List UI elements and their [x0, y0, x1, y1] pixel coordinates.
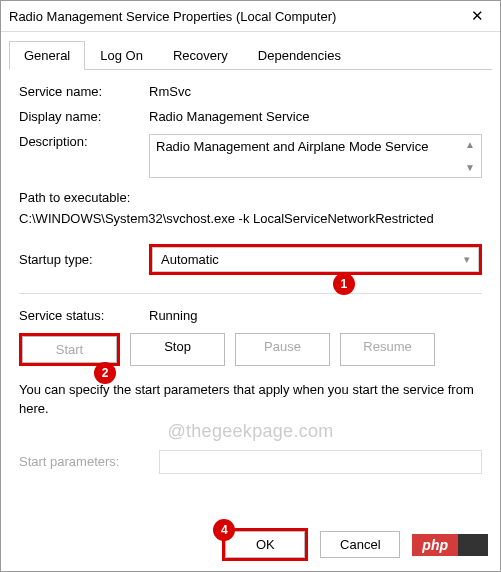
value-service-name: RmSvc — [149, 84, 482, 99]
value-service-status: Running — [149, 308, 482, 323]
tab-general[interactable]: General — [9, 41, 85, 70]
annotation-marker-1: 1 — [333, 273, 355, 295]
dialog-buttons: 4 OK Cancel php — [1, 528, 500, 561]
label-description: Description: — [19, 134, 149, 149]
window-title: Radio Management Service Properties (Loc… — [9, 9, 336, 24]
label-display-name: Display name: — [19, 109, 149, 124]
ok-button[interactable]: OK — [225, 531, 305, 558]
label-start-params: Start parameters: — [19, 454, 159, 469]
start-button[interactable]: Start — [22, 336, 117, 363]
tab-recovery[interactable]: Recovery — [158, 41, 243, 70]
tab-content: Service name: RmSvc Display name: Radio … — [1, 70, 500, 474]
tab-logon[interactable]: Log On — [85, 41, 158, 70]
chevron-up-icon[interactable]: ▲ — [465, 139, 475, 150]
divider — [19, 293, 482, 294]
close-icon[interactable]: ✕ — [465, 7, 490, 25]
chevron-down-icon: ▾ — [464, 253, 470, 266]
value-path: C:\WINDOWS\System32\svchost.exe -k Local… — [19, 209, 482, 230]
description-box: Radio Management and Airplane Mode Servi… — [149, 134, 482, 178]
value-display-name: Radio Management Service — [149, 109, 482, 124]
tab-dependencies[interactable]: Dependencies — [243, 41, 356, 70]
label-service-name: Service name: — [19, 84, 149, 99]
stop-button[interactable]: Stop — [130, 333, 225, 366]
label-service-status: Service status: — [19, 308, 149, 323]
annotation-marker-2: 2 — [94, 362, 116, 384]
cancel-button[interactable]: Cancel — [320, 531, 400, 558]
php-badge: php — [412, 534, 488, 556]
hint-text: You can specify the start parameters tha… — [19, 380, 482, 419]
ok-button-highlight: 4 OK — [222, 528, 308, 561]
tabs: General Log On Recovery Dependencies — [9, 40, 492, 70]
startup-type-highlight: Automatic ▾ 1 — [149, 244, 482, 275]
startup-type-select[interactable]: Automatic ▾ — [152, 247, 479, 272]
titlebar: Radio Management Service Properties (Loc… — [1, 1, 500, 32]
desc-scrollbar[interactable]: ▲ ▼ — [465, 139, 475, 173]
chevron-down-icon[interactable]: ▼ — [465, 162, 475, 173]
start-button-highlight: Start 2 — [19, 333, 120, 366]
value-description: Radio Management and Airplane Mode Servi… — [156, 139, 428, 173]
resume-button[interactable]: Resume — [340, 333, 435, 366]
value-startup-type: Automatic — [161, 252, 219, 267]
label-path: Path to executable: — [19, 188, 482, 209]
watermark: @thegeekpage.com — [19, 421, 482, 442]
label-startup-type: Startup type: — [19, 252, 149, 267]
pause-button[interactable]: Pause — [235, 333, 330, 366]
start-params-input[interactable] — [159, 450, 482, 474]
